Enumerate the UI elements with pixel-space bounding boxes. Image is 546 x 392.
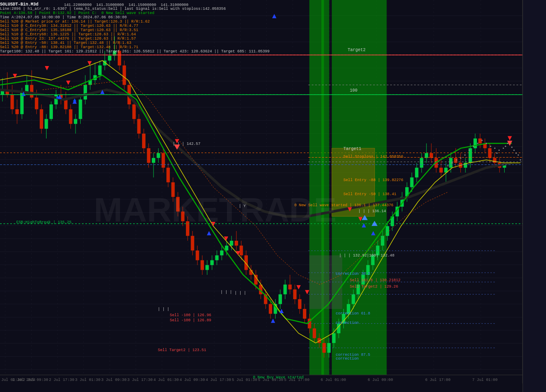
price-axis	[523, 0, 546, 392]
chart-container	[0, 0, 546, 392]
price-chart	[0, 0, 546, 392]
